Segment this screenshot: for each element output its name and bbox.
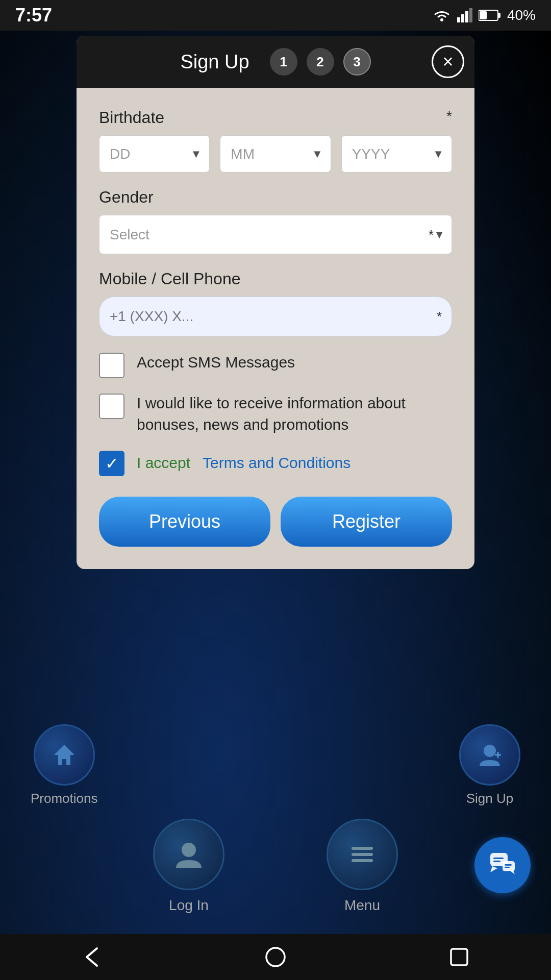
battery-icon	[479, 9, 501, 22]
accept-row: I accept Terms and Conditions	[99, 450, 452, 476]
status-icons: 40%	[433, 7, 536, 23]
status-time: 7:57	[15, 5, 52, 26]
svg-rect-22	[451, 949, 467, 965]
birthdate-section: Birthdate * DD ▼ MM ▼	[99, 108, 452, 173]
promo-label: I would like to receive information abou…	[137, 393, 452, 435]
gender-section: Gender Select * ▼	[99, 188, 452, 254]
phone-section: Mobile / Cell Phone *	[99, 270, 452, 336]
back-icon	[79, 944, 105, 970]
wifi-icon	[433, 8, 451, 22]
back-button[interactable]	[74, 939, 110, 975]
svg-rect-2	[461, 14, 464, 22]
phone-required-icon: *	[437, 309, 442, 325]
recents-button[interactable]	[441, 939, 477, 975]
svg-point-0	[440, 18, 443, 21]
day-select[interactable]: DD	[99, 135, 210, 173]
battery-text: 40%	[507, 7, 536, 23]
home-icon	[263, 944, 288, 970]
recents-icon	[448, 946, 470, 968]
month-wrapper: MM ▼	[220, 135, 331, 173]
sms-checkbox[interactable]	[99, 353, 124, 378]
step-indicators: 1 2 3	[270, 48, 371, 76]
close-button[interactable]: ×	[432, 45, 464, 78]
phone-input-wrapper: *	[99, 297, 452, 336]
svg-rect-3	[465, 11, 468, 22]
gender-arrow-icon: ▼	[434, 228, 445, 241]
gender-required-icon: *	[429, 227, 434, 242]
modal-header: Sign Up 1 2 3 ×	[77, 36, 474, 88]
terms-checkbox[interactable]	[99, 451, 124, 476]
svg-rect-6	[498, 13, 500, 18]
phone-label: Mobile / Cell Phone	[99, 270, 452, 288]
modal-title: Sign Up	[180, 51, 249, 73]
svg-rect-1	[457, 17, 460, 22]
status-bar: 7:57 40%	[0, 0, 551, 31]
step-1: 1	[270, 48, 297, 76]
nav-bar	[0, 934, 551, 980]
button-row: Previous Register	[99, 497, 452, 547]
previous-button[interactable]: Previous	[99, 497, 270, 547]
svg-rect-4	[469, 8, 472, 22]
promo-checkbox-row: I would like to receive information abou…	[99, 393, 452, 435]
home-button[interactable]	[258, 939, 293, 975]
year-wrapper: YYYY ▼	[341, 135, 452, 173]
sms-checkbox-row: Accept SMS Messages	[99, 352, 452, 378]
birthdate-label: Birthdate *	[99, 108, 452, 127]
svg-rect-7	[480, 11, 487, 19]
terms-link[interactable]: Terms and Conditions	[203, 454, 350, 472]
signup-modal: Sign Up 1 2 3 × Birthdate	[77, 36, 474, 569]
birthdate-required: *	[446, 108, 452, 125]
birthdate-row: DD ▼ MM ▼ YYYY ▼	[99, 135, 452, 173]
step-3: 3	[343, 48, 371, 76]
svg-point-21	[266, 948, 285, 966]
accept-text: I accept	[137, 454, 190, 472]
step-2: 2	[307, 48, 334, 76]
gender-select[interactable]: Select	[99, 215, 452, 254]
register-button[interactable]: Register	[281, 497, 452, 547]
year-select[interactable]: YYYY	[341, 135, 452, 173]
gender-label: Gender	[99, 188, 452, 207]
sms-label: Accept SMS Messages	[137, 352, 295, 373]
gender-select-wrapper: Select * ▼	[99, 215, 452, 254]
signal-icon	[457, 8, 472, 22]
phone-input[interactable]	[99, 297, 452, 336]
day-wrapper: DD ▼	[99, 135, 210, 173]
modal-overlay: Sign Up 1 2 3 × Birthdate	[0, 31, 551, 934]
month-select[interactable]: MM	[220, 135, 331, 173]
modal-body: Birthdate * DD ▼ MM ▼	[77, 88, 474, 569]
promo-checkbox[interactable]	[99, 394, 124, 419]
